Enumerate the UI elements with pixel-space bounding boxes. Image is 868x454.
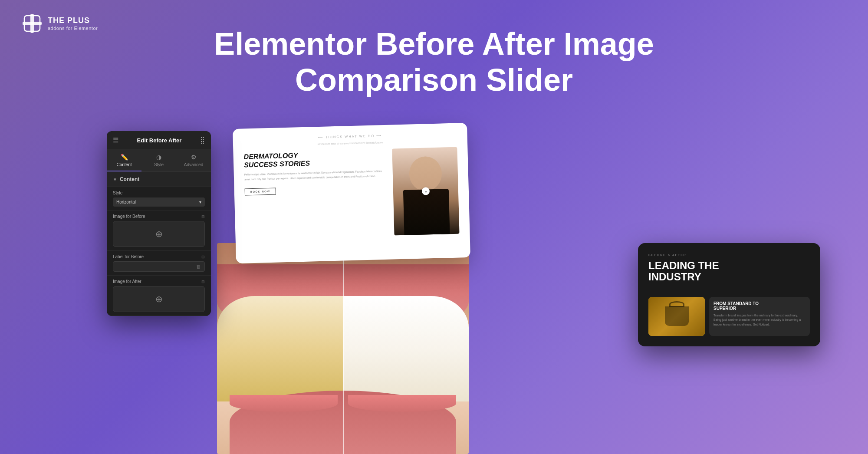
style-tab-icon: ◑ — [156, 154, 161, 161]
derm-person-image: ⇔ — [392, 147, 459, 236]
style-tab-label: Style — [154, 162, 164, 167]
hamburger-icon[interactable]: ☰ — [113, 136, 118, 144]
elementor-panel: ☰ Edit Before After ⣿ ✏️ Content ◑ Style… — [107, 131, 211, 316]
main-heading: Elementor Before After Image Comparison … — [0, 26, 868, 98]
image-before-field: Image for Before ⊞ ⊕ — [107, 211, 211, 251]
link-icon: ⊞ — [201, 214, 205, 219]
panel-tabs: ✏️ Content ◑ Style ⚙ Advanced — [107, 149, 211, 172]
industry-title: LEADING THEINDUSTRY — [648, 260, 810, 283]
tab-style[interactable]: ◑ Style — [141, 149, 176, 171]
panel-header: ☰ Edit Before After ⣿ — [107, 131, 211, 149]
chevron-down-icon: ▾ — [199, 200, 201, 204]
image-after-field: Image for After ⊞ ⊕ — [107, 276, 211, 316]
svg-rect-2 — [23, 22, 42, 25]
image-after-upload[interactable]: ⊕ — [113, 286, 205, 312]
content-tab-label: Content — [116, 162, 132, 167]
image-before-label: Image for Before ⊞ — [113, 214, 205, 219]
handbag-visual — [648, 297, 705, 336]
derm-book-btn[interactable]: BOOK NOW — [245, 188, 276, 195]
industry-images: FROM STANDARD TOSUPERIOR Transform brand… — [638, 297, 820, 346]
derm-main-content: DERMATOLOGYSUCCESS STORIES Pellentesque … — [243, 147, 460, 257]
mouth-background — [217, 243, 469, 454]
label-before-field: Label for Before ⊞ 🗑 — [107, 251, 211, 276]
tab-advanced[interactable]: ⚙ Advanced — [176, 149, 211, 171]
advanced-tab-icon: ⚙ — [191, 154, 197, 161]
logo-title: THE PLUS — [48, 16, 98, 26]
industry-desc: Transform brand images from the ordinary… — [713, 313, 806, 327]
grid-icon[interactable]: ⣿ — [200, 136, 205, 144]
label-before-label: Label for Before ⊞ — [113, 254, 205, 259]
mouth-comparison — [217, 243, 469, 454]
section-arrow: ▼ — [113, 177, 117, 182]
image-after-label: Image for After ⊞ — [113, 279, 205, 284]
link-icon-3: ⊞ — [201, 280, 205, 284]
industry-card: BEFORE & AFTER LEADING THEINDUSTRY FROM … — [638, 243, 820, 346]
industry-badge: BEFORE & AFTER — [648, 253, 810, 257]
industry-handbag-image — [648, 297, 705, 336]
panel-content: ▼ Content Style Horizontal ▾ Image for B… — [107, 172, 211, 316]
style-field: Style Horizontal ▾ — [107, 187, 211, 211]
label-before-input[interactable]: 🗑 — [113, 261, 205, 272]
link-icon-2: ⊞ — [201, 255, 205, 259]
section-title: Content — [120, 176, 139, 182]
plus-icon-2: ⊕ — [155, 294, 163, 304]
comparison-divider — [343, 243, 344, 454]
panel-title: Edit Before After — [137, 137, 182, 144]
content-tab-icon: ✏️ — [121, 154, 128, 161]
derm-card-inner: ⟵ THINGS WHAT WE DO ⟶ et tincidunt ante … — [233, 123, 470, 263]
industry-text-block: FROM STANDARD TOSUPERIOR Transform brand… — [709, 297, 810, 336]
industry-card-top: BEFORE & AFTER LEADING THEINDUSTRY — [638, 243, 820, 297]
derm-right: ⇔ — [392, 147, 460, 253]
plus-icon: ⊕ — [155, 229, 163, 239]
style-label: Style — [113, 191, 205, 195]
derm-left: DERMATOLOGYSUCCESS STORIES Pellentesque … — [243, 149, 388, 256]
derm-title: DERMATOLOGYSUCCESS STORIES — [243, 149, 385, 169]
section-header: ▼ Content — [107, 172, 211, 187]
trash-icon[interactable]: 🗑 — [196, 264, 201, 269]
style-select[interactable]: Horizontal ▾ — [113, 197, 205, 207]
derm-card: ⟵ THINGS WHAT WE DO ⟶ et tincidunt ante … — [233, 123, 470, 263]
advanced-tab-label: Advanced — [184, 162, 203, 167]
industry-secondary-title: FROM STANDARD TOSUPERIOR — [713, 301, 806, 311]
derm-desc: Pellentesque vitae. Vestibulum in lement… — [244, 169, 386, 181]
tab-content[interactable]: ✏️ Content — [107, 149, 141, 171]
image-before-upload[interactable]: ⊕ — [113, 221, 205, 247]
